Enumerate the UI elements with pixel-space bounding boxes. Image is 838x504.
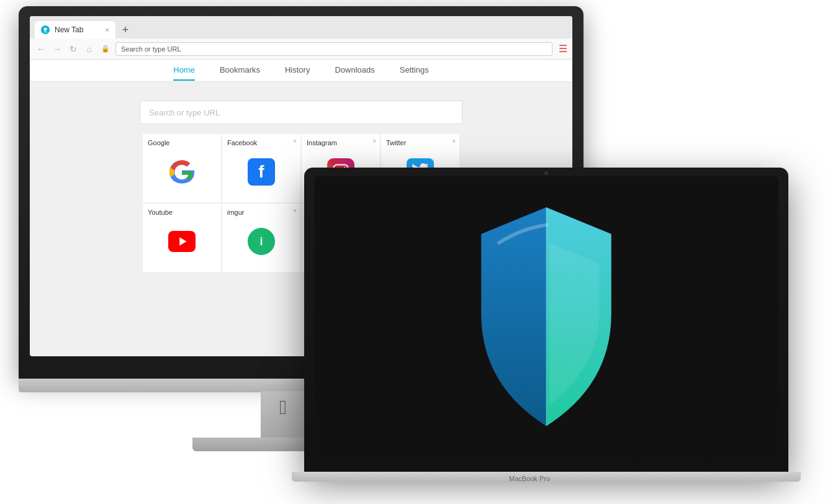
browser-addressbar: ← → ↻ ⌂ 🔒 ☰ (30, 38, 572, 60)
menu-icon[interactable]: ☰ (559, 43, 567, 55)
youtube-icon (168, 231, 196, 252)
speed-dial-youtube[interactable]: Youtube (143, 204, 221, 272)
browser-tab-bar: New Tab × + (30, 16, 572, 38)
nav-history[interactable]: History (285, 60, 310, 81)
youtube-icon-area (148, 216, 216, 267)
shield-icon (441, 196, 652, 444)
nav-home[interactable]: Home (173, 60, 195, 81)
instagram-label: Instagram (307, 139, 375, 146)
tab-close-btn[interactable]: × (106, 26, 109, 34)
macbook-camera (544, 171, 548, 175)
macbook-lid (304, 168, 788, 472)
youtube-label: Youtube (148, 209, 216, 216)
tab-label: New Tab (55, 25, 83, 34)
twitter-close[interactable]: × (452, 138, 456, 145)
svg-point-0 (44, 28, 47, 31)
home-button[interactable]: ⌂ (83, 43, 96, 55)
imgur-icon: i (248, 228, 275, 255)
shield-container (314, 176, 778, 463)
main-search-bar[interactable]: Search or type URL (140, 101, 462, 124)
macbook-device: MacBook Pro (304, 168, 813, 490)
nav-downloads[interactable]: Downloads (335, 60, 374, 81)
google-label: Google (148, 139, 216, 146)
nav-settings[interactable]: Settings (400, 60, 429, 81)
facebook-label: Facebook (227, 139, 295, 146)
back-button[interactable]: ← (35, 43, 47, 55)
macbook-screen (314, 176, 778, 463)
reload-button[interactable]: ↻ (67, 43, 79, 55)
tab-favicon (41, 25, 50, 34)
forward-button[interactable]: → (51, 43, 63, 55)
google-icon-area (148, 146, 216, 197)
browser-tab[interactable]: New Tab × (35, 21, 115, 38)
facebook-icon: f (248, 158, 275, 186)
address-input[interactable] (115, 42, 552, 56)
speed-dial-google[interactable]: Google (143, 134, 221, 202)
new-tab-button[interactable]: + (118, 22, 133, 37)
facebook-icon-area: f (227, 146, 295, 197)
imgur-close[interactable]: × (293, 207, 297, 214)
browser-nav: Home Bookmarks History Downloads Setting… (30, 60, 572, 82)
apple-logo-icon:  (279, 396, 287, 419)
speed-dial-imgur[interactable]: imgur × i (222, 204, 300, 272)
imgur-icon-area: i (227, 216, 295, 267)
twitter-label: Twitter (386, 139, 454, 146)
macbook-label: MacBook Pro (509, 475, 550, 482)
instagram-close[interactable]: × (372, 138, 376, 145)
speed-dial-facebook[interactable]: Facebook × f (222, 134, 300, 202)
imgur-label: imgur (227, 209, 295, 216)
search-placeholder: Search or type URL (149, 108, 220, 117)
facebook-close[interactable]: × (293, 138, 297, 145)
lock-icon: 🔒 (99, 43, 112, 55)
nav-bookmarks[interactable]: Bookmarks (220, 60, 260, 81)
google-icon (168, 158, 196, 186)
